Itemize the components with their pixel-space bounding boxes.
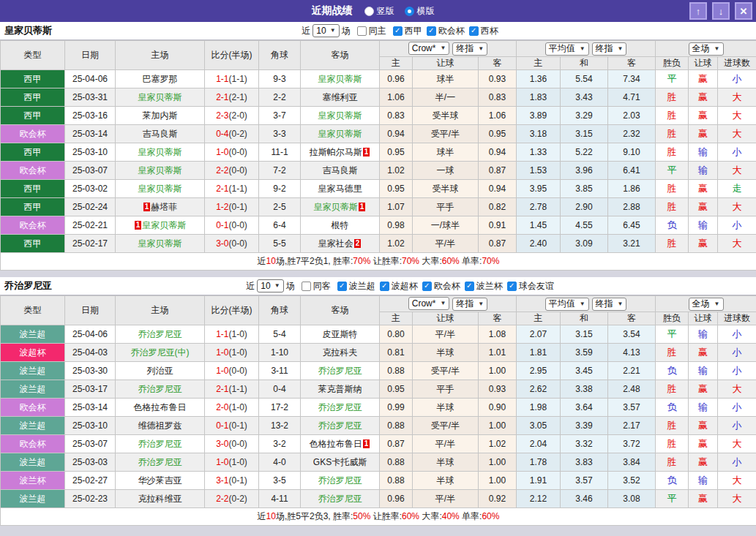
scope-value: 全场 [692, 298, 710, 310]
result-outcome: 负 [656, 216, 689, 235]
avg-source-select[interactable]: 平均值▼ [545, 42, 589, 56]
avg-period-select[interactable]: 终指▼ [592, 42, 627, 56]
corner-count: 2-5 [259, 198, 301, 216]
team-label: 乔治罗尼亚 [318, 494, 362, 504]
team-label: 色格拉布鲁日 [134, 402, 187, 412]
move-up-button[interactable]: ↑ [689, 2, 707, 20]
odds-home: 0.96 [380, 490, 413, 508]
league-filter-checkbox[interactable]: ✓波兰杯 [465, 280, 503, 292]
same-venue-checkbox[interactable]: 同客 [302, 280, 331, 292]
away-team: 根特 [301, 216, 380, 235]
scope-select[interactable]: 全场▼ [689, 298, 724, 311]
result-outcome: 平 [656, 325, 689, 344]
result-outcome: 胜 [656, 380, 689, 399]
odds-period-select[interactable]: 终指▼ [452, 298, 487, 311]
halftime-score: (0-1) [229, 475, 247, 486]
match-count-value: 10 [316, 26, 326, 36]
col-home: 主场 [116, 41, 205, 70]
chevron-down-icon: ▼ [478, 46, 484, 52]
layout-radio-horizontal[interactable]: 横版 [405, 5, 435, 18]
result-goals: 小 [718, 70, 756, 88]
league-badge: 欧会杯 [1, 435, 65, 453]
avg-draw: 3.85 [561, 180, 608, 198]
match-row: 波兰杯25-02-27华沙莱吉亚3-1(0-1)3-5乔治罗尼亚0.88半球1.… [1, 472, 756, 490]
summary-text: 大率: [419, 511, 442, 521]
same-venue-checkbox[interactable]: 同主 [357, 25, 386, 37]
corner-count: 11-1 [259, 143, 301, 162]
avg-source-select[interactable]: 平均值▼ [545, 298, 589, 311]
fulltime-score: 1-0 [216, 347, 228, 358]
odds-source-select[interactable]: Crow*▼ [408, 297, 450, 310]
league-badge: 波兰杯 [1, 472, 65, 490]
halftime-score: (0-0) [229, 366, 247, 376]
league-filter-checkbox[interactable]: ✓波超杯 [380, 280, 418, 292]
match-count-select[interactable]: 10 ▼ [257, 279, 283, 292]
avg-away: 3.72 [608, 435, 656, 453]
league-badge: 欧会杯 [1, 399, 65, 417]
avg-draw: 3.15 [561, 125, 608, 143]
fulltime-score: 2-1 [216, 184, 228, 194]
league-filter-checkbox[interactable]: ✓欧会杯 [422, 280, 460, 292]
close-button[interactable]: ✕ [735, 2, 752, 20]
col-away: 客场 [301, 41, 380, 70]
handicap-line: 半/一 [413, 88, 479, 107]
odds-away: 0.82 [479, 198, 517, 216]
home-team: 乔治罗尼亚 [116, 325, 205, 344]
col-home: 主场 [116, 296, 205, 325]
result-handicap: 赢 [689, 344, 718, 362]
col-handicap-result: 让球 [689, 312, 718, 325]
result-outcome: 胜 [656, 88, 689, 107]
avg-draw: 3.32 [561, 435, 608, 453]
match-row: 西甲25-02-17皇家贝蒂斯3-0(0-0)5-5皇家社会21.02平/半0.… [1, 235, 756, 253]
checkbox-icon: ✓ [380, 282, 389, 291]
odds-away: 0.91 [479, 216, 517, 235]
odds-home: 0.88 [380, 362, 413, 380]
league-filter-label: 波兰超 [349, 280, 375, 292]
scope-select[interactable]: 全场▼ [689, 42, 724, 56]
avg-period-select[interactable]: 终指▼ [592, 298, 627, 311]
home-team: 皇家贝蒂斯 [116, 235, 205, 253]
odds-period-select[interactable]: 终指▼ [452, 42, 487, 56]
team-label: 皇家社会 [318, 238, 353, 249]
team-label: 克拉科维亚 [138, 494, 182, 504]
league-filter-label: 西杯 [481, 25, 498, 37]
team-label: 根特 [332, 220, 349, 230]
result-handicap: 赢 [689, 235, 718, 253]
league-filter-checkbox[interactable]: ✓西甲 [393, 25, 422, 37]
avg-draw: 5.22 [561, 143, 608, 162]
match-row: 波兰超25-02-23克拉科维亚2-2(0-2)4-11乔治罗尼亚0.96平/半… [1, 490, 756, 508]
avg-draw: 3.29 [561, 107, 608, 125]
match-score: 0-1(0-1) [205, 417, 259, 435]
col-handicap: 让球 [413, 57, 479, 70]
league-filter-checkbox[interactable]: ✓球会友谊 [507, 280, 554, 292]
checkbox-icon: ✓ [469, 26, 479, 36]
layout-radio-vertical[interactable]: 竖版 [364, 5, 394, 18]
halftime-score: (0-0) [229, 165, 247, 175]
avg-home: 3.18 [517, 125, 561, 143]
match-row: 欧会杯25-03-07乔治罗尼亚3-0(0-0)3-2色格拉布鲁日10.87平/… [1, 435, 756, 453]
halftime-score: (1-0) [229, 457, 247, 467]
match-row: 波兰超25-03-03乔治罗尼亚1-0(1-0)4-0GKS卡托威斯0.88半球… [1, 453, 756, 472]
league-filter-checkbox[interactable]: ✓欧会杯 [427, 25, 465, 37]
halftime-score: (1-0) [229, 347, 247, 358]
away-team: 皇家贝蒂斯 [301, 107, 380, 125]
odds-source-select[interactable]: Crow*▼ [408, 42, 450, 55]
league-filter-checkbox[interactable]: ✓西杯 [469, 25, 498, 37]
move-down-button[interactable]: ↓ [712, 2, 730, 20]
corner-count: 2-2 [259, 88, 301, 107]
handicap-line: 受半球 [413, 180, 479, 198]
down-arrow-icon: ↓ [719, 6, 724, 17]
league-badge: 欧会杯 [1, 162, 65, 180]
page-title: 近期战绩 [312, 4, 353, 18]
result-goals: 走 [718, 180, 756, 198]
red-card-badge: 2 [354, 239, 362, 248]
handicap-line: 球半 [413, 70, 479, 88]
league-filter-checkbox[interactable]: ✓波兰超 [337, 280, 375, 292]
match-date: 25-04-03 [65, 344, 116, 362]
odds-period-value: 终指 [456, 42, 474, 55]
summary-text: 70% [402, 256, 419, 266]
match-count-select[interactable]: 10 ▼ [312, 24, 339, 37]
summary-row: 近10场,胜7平2负1, 胜率:70% 让胜率:70% 大率:60% 单率:70… [1, 253, 756, 271]
avg-away: 2.88 [608, 198, 656, 216]
halftime-score: (0-1) [229, 202, 247, 212]
